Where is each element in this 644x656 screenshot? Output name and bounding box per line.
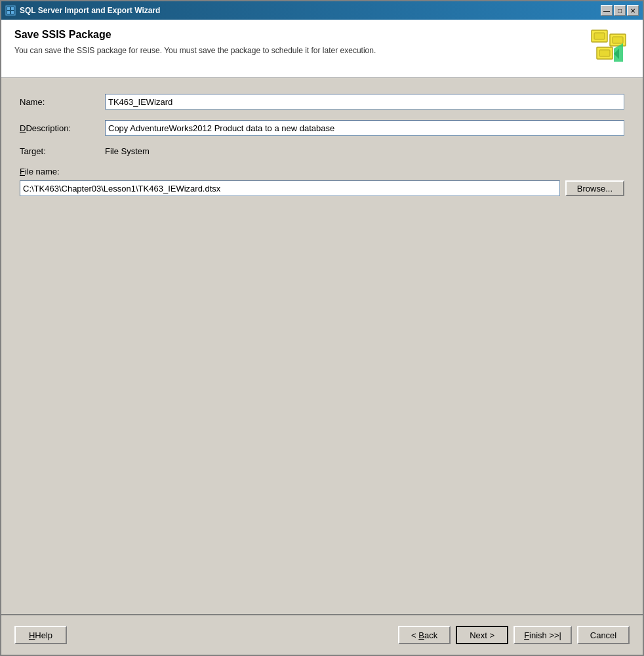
header-text: Save SSIS Package You can save the SSIS … xyxy=(14,29,584,56)
window-controls: — □ ✕ xyxy=(601,5,639,16)
target-value: File System xyxy=(105,146,150,156)
minimize-button[interactable]: — xyxy=(601,5,613,16)
footer: HHelp < Back Next > Finish >>| Cancel xyxy=(1,614,643,655)
back-button[interactable]: < Back xyxy=(398,626,451,644)
title-bar: SQL Server Import and Export Wizard — □ … xyxy=(1,1,643,20)
svg-rect-8 xyxy=(613,37,623,43)
close-button[interactable]: ✕ xyxy=(627,5,639,16)
help-button[interactable]: HHelp xyxy=(14,626,67,644)
main-window: SQL Server Import and Export Wizard — □ … xyxy=(0,0,644,656)
description-row: DDescription: xyxy=(20,120,624,136)
svg-rect-1 xyxy=(7,7,10,10)
next-button[interactable]: Next > xyxy=(456,626,508,644)
file-name-section: File name: Browse... xyxy=(20,167,624,196)
svg-rect-2 xyxy=(11,7,14,10)
browse-button[interactable]: Browse... xyxy=(565,180,624,196)
window-title: SQL Server Import and Export Wizard xyxy=(20,6,597,15)
finish-button[interactable]: Finish >>| xyxy=(513,626,572,644)
target-label: Target: xyxy=(20,146,105,156)
cancel-button[interactable]: Cancel xyxy=(577,626,630,644)
file-name-label: File name: xyxy=(20,167,624,176)
description-input[interactable] xyxy=(105,120,624,136)
description-label: DDescription: xyxy=(20,123,105,133)
header-section: Save SSIS Package You can save the SSIS … xyxy=(1,20,643,78)
maximize-button[interactable]: □ xyxy=(614,5,626,16)
name-input[interactable] xyxy=(105,94,624,110)
content-area: Name: DDescription: Target: File System … xyxy=(1,78,643,614)
svg-rect-10 xyxy=(599,50,610,56)
svg-rect-3 xyxy=(7,11,10,14)
file-name-row: Browse... xyxy=(20,180,624,196)
app-icon xyxy=(5,5,16,16)
target-row: Target: File System xyxy=(20,146,624,156)
svg-rect-4 xyxy=(11,11,14,14)
footer-left: HHelp xyxy=(14,626,67,644)
name-row: Name: xyxy=(20,94,624,110)
file-name-input[interactable] xyxy=(20,180,560,196)
page-title: Save SSIS Package xyxy=(14,29,584,41)
page-description: You can save the SSIS package for reuse.… xyxy=(14,45,473,56)
footer-right: < Back Next > Finish >>| Cancel xyxy=(398,626,630,644)
name-label: Name: xyxy=(20,97,105,107)
svg-rect-6 xyxy=(594,33,605,39)
ssis-icon xyxy=(590,29,630,68)
